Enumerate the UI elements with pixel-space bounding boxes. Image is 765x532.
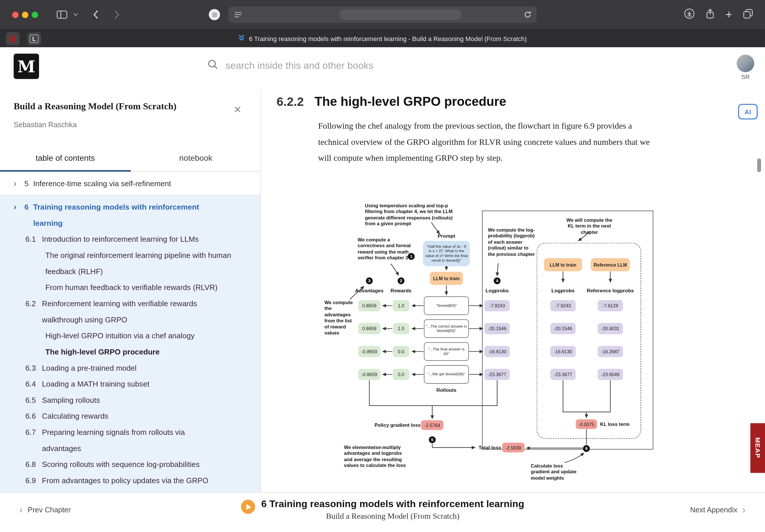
ref-logprob-value: -7.6128 xyxy=(598,300,623,311)
train-logprob-value: -23.3677 xyxy=(550,369,576,380)
advantages-column-label: Advantages xyxy=(355,288,383,294)
total-loss-value: -2.5839 xyxy=(502,443,524,452)
minimize-window-button[interactable] xyxy=(22,12,28,18)
active-tab[interactable]: 6 Training reasoning models with reinfor… xyxy=(0,30,765,48)
chevron-right-icon[interactable]: › xyxy=(0,199,24,215)
tab-table-of-contents[interactable]: table of contents xyxy=(0,145,131,171)
meap-tab[interactable]: MEAP xyxy=(750,423,765,473)
advantage-value: 0.8659 xyxy=(358,300,381,311)
page-title: The high-level GRPO procedure xyxy=(315,94,506,109)
reader-mode-icon[interactable] xyxy=(234,12,242,18)
logprob-value: -20.1546 xyxy=(484,323,510,334)
toc-item-6-4[interactable]: 6.4 Loading a MATH training subset xyxy=(0,376,261,392)
active-tab-title: 6 Training reasoning models with reinfor… xyxy=(249,35,526,42)
now-reading: 6 Training reasoning models with reinfor… xyxy=(0,497,765,521)
section-number: 6.2.2 xyxy=(277,95,304,109)
toc-item-rlvr[interactable]: From human feedback to verifiable reward… xyxy=(0,279,261,296)
toc-item-6-8[interactable]: 6.8 Scoring rollouts with sequence log-p… xyxy=(0,456,261,472)
toc-item-6-2[interactable]: 6.2 Reinforcement learning with verifiab… xyxy=(0,296,261,328)
close-window-button[interactable] xyxy=(12,12,19,18)
safari-window: + L 6 Training reasoning models with rei… xyxy=(0,0,765,532)
toc-item-6-9[interactable]: 6.9 From advantages to policy updates vi… xyxy=(0,472,261,489)
share-icon[interactable] xyxy=(705,8,715,21)
account-menu[interactable]: SR xyxy=(736,55,755,80)
toc-item-rlhf[interactable]: The original reinforcement learning pipe… xyxy=(0,247,261,279)
toc-item-chef-analogy[interactable]: High-level GRPO intuition via a chef ana… xyxy=(0,328,261,344)
close-icon[interactable]: ✕ xyxy=(231,103,244,116)
ai-assistant-button[interactable]: AI xyxy=(738,104,757,120)
toc-item-5[interactable]: › 5 Inference-time scaling via self-refi… xyxy=(0,175,261,192)
policy-gradient-loss-value: -2.5764 xyxy=(421,420,443,430)
extension-icon[interactable] xyxy=(209,9,220,20)
forward-icon[interactable] xyxy=(114,10,120,20)
ref-logprobs-column-label: Reference logprobs xyxy=(587,288,634,294)
rollout-text: "\boxed{83}" xyxy=(424,296,469,315)
annotation-reward-computation: We compute a correctness and format rewa… xyxy=(358,237,413,261)
annotation-elementwise-multiply: We elementwise-multiply advantages and l… xyxy=(344,445,407,469)
next-appendix-button[interactable]: Next Appendix › xyxy=(690,506,745,514)
back-icon[interactable] xyxy=(93,10,98,20)
manning-logo[interactable]: M xyxy=(14,54,39,79)
logo-letter: M xyxy=(17,57,35,76)
browser-toolbar: + xyxy=(0,0,765,29)
logprob-value: -16.6130 xyxy=(484,346,510,357)
rollout-text: "...The correct answer is \boxed{83}" xyxy=(424,319,469,338)
search-input[interactable] xyxy=(225,60,626,72)
download-icon[interactable] xyxy=(684,8,695,21)
reader-content: 6.2.2 The high-level GRPO procedure Foll… xyxy=(261,90,765,492)
reload-icon[interactable] xyxy=(523,10,532,19)
chevron-down-icon[interactable] xyxy=(73,13,78,17)
address-bar[interactable] xyxy=(228,6,537,23)
toc-item-6-6[interactable]: 6.6 Calculating rewards xyxy=(0,408,261,424)
rollouts-label: Rollouts xyxy=(436,388,456,393)
toc-item-6-5[interactable]: 6.5 Sampling rollouts xyxy=(0,392,261,408)
ref-logprob-value: -23.6049 xyxy=(598,369,623,380)
book-author: Sebastian Raschka xyxy=(14,120,77,129)
reward-value: 0.0 xyxy=(392,369,409,380)
avatar[interactable] xyxy=(737,55,754,72)
step-3-badge: 3 xyxy=(366,277,373,284)
reward-value: 1.0 xyxy=(392,300,409,311)
total-loss-label: Total loss xyxy=(478,445,501,450)
step-4-badge: 4 xyxy=(493,277,500,284)
active-chapter-block: › 6 Training reasoning models with reinf… xyxy=(0,195,261,492)
chapter-title: 6 Training reasoning models with reinfor… xyxy=(261,497,524,510)
chevron-right-icon: › xyxy=(742,506,745,513)
policy-gradient-loss-label: Policy gradient loss xyxy=(375,422,421,428)
toc-item-6-1[interactable]: 6.1 Introduction to reinforcement learni… xyxy=(0,231,261,247)
toc-item-6-3[interactable]: 6.3 Loading a pre-trained model xyxy=(0,360,261,376)
tab-overview-icon[interactable] xyxy=(743,9,753,21)
logprob-value: -7.9243 xyxy=(484,300,510,311)
annotation-logprob: We compute the log-probability (logprob)… xyxy=(488,227,535,258)
annotation-kl-next-chapter: We will compute the KL term in the next … xyxy=(564,217,614,236)
livebook-favicon xyxy=(238,34,245,43)
sidebar-toggle-icon[interactable] xyxy=(57,10,67,19)
tab-notebook[interactable]: notebook xyxy=(131,145,261,171)
annotation-temperature-sampling: Using temperature scaling and top-p filt… xyxy=(365,203,464,227)
logprobs-column-label: Logprobs xyxy=(485,288,509,294)
toc-item-grpo-procedure-current[interactable]: The high-level GRPO procedure xyxy=(0,344,261,360)
step-2-badge: 2 xyxy=(397,277,404,284)
logprob-value: -23.3677 xyxy=(484,369,510,380)
site-header: M SR xyxy=(0,47,765,90)
train-logprobs-column-label: Logprobs xyxy=(551,288,575,294)
chevron-right-icon[interactable]: › xyxy=(0,175,24,192)
url-redacted xyxy=(340,9,462,20)
toc-item-6-7[interactable]: 6.7 Preparing learning signals from roll… xyxy=(0,424,261,456)
step-6-badge: 6 xyxy=(583,445,590,452)
zoom-window-button[interactable] xyxy=(32,12,38,18)
search-icon xyxy=(208,59,219,72)
new-tab-icon[interactable]: + xyxy=(725,10,732,20)
prompt-label: Prompt xyxy=(437,233,455,239)
dashed-llm-to-train-box: LLM to train xyxy=(544,258,582,272)
rollout-text: "...We get \boxed{38}" xyxy=(424,365,469,384)
reward-value: 0.0 xyxy=(392,346,409,357)
book-sidebar: Build a Reasoning Model (From Scratch) S… xyxy=(0,90,261,492)
kl-loss-label: KL loss term xyxy=(600,421,630,427)
play-audio-button[interactable] xyxy=(241,500,255,514)
train-logprob-value: -20.1546 xyxy=(550,323,576,334)
train-logprob-value: -7.9243 xyxy=(550,300,576,311)
toc-item-6[interactable]: › 6 Training reasoning models with reinf… xyxy=(0,199,261,231)
book-title: Build a Reasoning Model (From Scratch) xyxy=(14,101,219,112)
scrollbar-thumb[interactable] xyxy=(757,158,761,172)
